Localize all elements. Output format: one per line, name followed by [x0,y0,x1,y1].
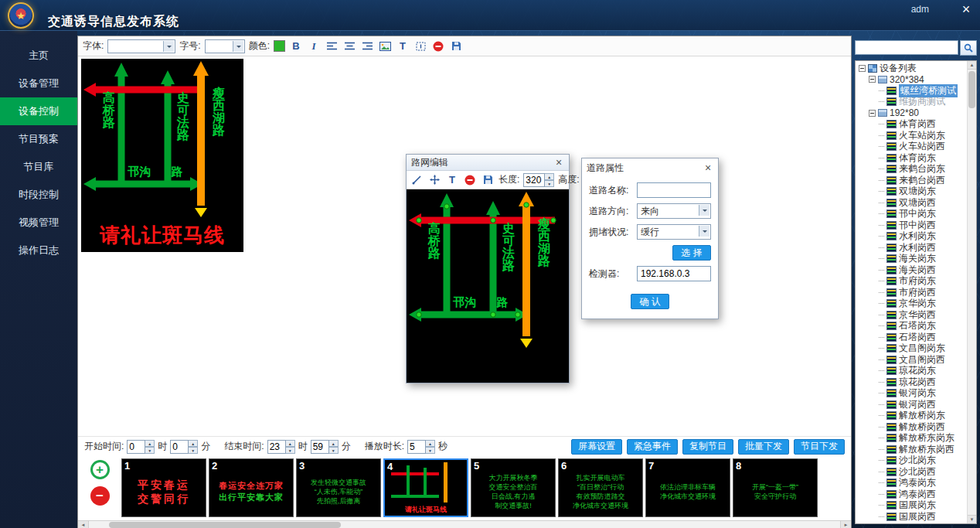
align-right-icon[interactable] [360,39,374,53]
spinner-down-icon[interactable] [145,447,155,454]
close-icon[interactable]: × [553,156,564,169]
device-search-input[interactable] [855,40,958,55]
sidebar-item[interactable]: 视频管理 [0,209,77,237]
device-icon [886,411,897,420]
tree-node[interactable]: 设备列表 [857,63,967,74]
spinner-up-icon[interactable] [189,440,198,447]
sidebar-item[interactable]: 节目库 [0,153,77,181]
playback-action-button[interactable]: 批量下发 [738,439,789,455]
draw-line-icon[interactable] [410,173,424,187]
playback-action-button[interactable]: 屏幕设置 [571,439,622,455]
add-program-button[interactable]: + [90,460,110,479]
end-minute-input[interactable] [311,440,329,454]
font-size-select[interactable] [205,39,245,53]
start-hour-stepper [127,440,155,454]
scrollbar-track[interactable] [89,521,840,528]
italic-button[interactable]: I [307,39,321,53]
tree-expander-icon[interactable] [869,110,876,117]
length-input[interactable] [523,173,545,187]
program-thumbnails: 1 平安春运交警同行 2 春运安全连万家出行平安靠大家 [121,458,849,517]
horizontal-scrollbar[interactable] [78,520,851,528]
fit-screen-icon[interactable] [413,39,427,53]
current-user[interactable]: adm [911,4,929,15]
spinner-up-icon[interactable] [329,440,339,447]
detector-input[interactable] [637,266,711,281]
program-strip: + − 1 平安春运交警同行 2 春运安全连万家出行平安靠大家 [78,458,851,520]
road-direction-select[interactable]: 来向 [637,203,711,219]
tree-expander-icon[interactable] [859,65,866,72]
scroll-up-icon[interactable] [968,61,976,70]
start-hour-input[interactable] [127,440,145,454]
delete-icon[interactable] [431,39,445,53]
sidebar-item[interactable]: 操作日志 [0,237,77,264]
end-hour-input[interactable] [267,440,286,454]
spinner-down-icon[interactable] [426,447,435,454]
spinner-down-icon[interactable] [286,447,295,454]
tree-node-label: 维扬商测试 [899,95,945,108]
sidebar-item[interactable]: 设备管理 [0,70,77,97]
led-preview[interactable]: 高桥路 史可法路 瘦西湖路 邗沟 路 请礼让斑马线 [81,59,243,252]
insert-image-icon[interactable] [378,39,392,53]
scroll-left-icon[interactable] [78,521,89,528]
spinner-up-icon[interactable] [426,440,435,447]
align-center-icon[interactable] [342,39,356,53]
program-thumbnail[interactable]: 5 大力开展秋冬季交通安全整治百日会战,有力遏制交通事故! [471,458,556,517]
sidebar-item[interactable]: 节目预案 [0,125,77,153]
text-tool-button[interactable]: T [445,173,459,187]
search-button[interactable] [960,40,977,56]
tree-node[interactable]: 国展岗西 [857,511,967,523]
duration-input[interactable] [407,440,426,454]
close-icon[interactable]: × [703,162,713,174]
confirm-button[interactable]: 确 认 [631,294,669,309]
program-thumbnail[interactable]: 7 依法治理非标车辆净化城市交通环境 [645,458,730,517]
program-thumbnail[interactable]: 3 发生轻微交通事故“人未伤,车能动”先拍照,后撤离 [296,458,381,517]
spinner-down-icon[interactable] [329,447,339,454]
tree-expander-icon[interactable] [869,76,876,83]
sidebar-item[interactable]: 设备控制 [0,97,77,125]
start-time-label: 开始时间: [84,440,124,453]
device-icon [886,445,897,454]
sidebar-item[interactable]: 主页 [0,42,77,70]
tree-node[interactable]: 维扬商测试 [857,97,967,108]
program-thumbnail[interactable]: 6 扎实开展电动车“百日整治”行动有效预防道路交净化城市交通环境 [558,458,643,517]
font-select[interactable] [107,39,175,53]
scrollbar-thumb[interactable] [968,71,975,108]
delete-program-button[interactable]: − [90,486,110,506]
program-thumbnail[interactable]: 4 请礼让斑马线 [383,458,468,517]
playback-action-button[interactable]: 紧急事件 [627,439,678,455]
program-thumbnail[interactable]: 1 平安春运交警同行 [121,458,206,517]
select-button[interactable]: 选 择 [672,245,711,261]
align-left-icon[interactable] [325,39,339,53]
delete-icon[interactable] [463,173,477,187]
congestion-select[interactable]: 缓行 [637,224,711,240]
scroll-down-icon[interactable] [968,515,976,523]
sidebar-item[interactable]: 时段控制 [0,181,77,209]
dialog-title-bar[interactable]: 路网编辑 × [407,155,569,171]
close-icon[interactable]: × [958,2,974,18]
vertical-scrollbar[interactable] [967,61,976,523]
playback-action-button[interactable]: 节目下发 [794,439,845,455]
playback-action-button[interactable]: 复制节目 [682,439,733,455]
save-icon[interactable] [481,173,495,187]
dialog-title-bar[interactable]: 道路属性 × [582,158,718,177]
spinner-up-icon[interactable] [286,440,295,447]
spinner-up-icon[interactable] [145,440,155,447]
road-name-input[interactable] [637,182,711,198]
bold-button[interactable]: B [289,39,303,53]
color-swatch[interactable] [274,40,285,52]
scrollbar-thumb[interactable] [109,522,341,528]
spinner-down-icon[interactable] [545,180,554,187]
program-thumbnail[interactable]: 8 开展“一盔一带”安全守护行动 [733,458,818,517]
scroll-right-icon[interactable] [840,521,851,528]
device-icon [886,456,897,465]
road-editor-canvas[interactable]: 高桥路 史可法路 瘦西湖路 邗沟 路 请礼让斑马线 [407,189,569,383]
save-icon[interactable] [449,39,463,53]
editor-roadmap-canvas: 高桥路 史可法路 瘦西湖路 邗沟 路 请礼让斑马线 [407,189,569,383]
tree-connector [879,393,884,393]
program-thumbnail[interactable]: 2 春运安全连万家出行平安靠大家 [209,458,294,517]
spinner-up-icon[interactable] [545,173,554,180]
spinner-down-icon[interactable] [189,447,198,454]
move-tool-icon[interactable] [427,173,441,187]
start-minute-input[interactable] [170,440,189,454]
text-tool-button[interactable]: T [396,39,410,53]
